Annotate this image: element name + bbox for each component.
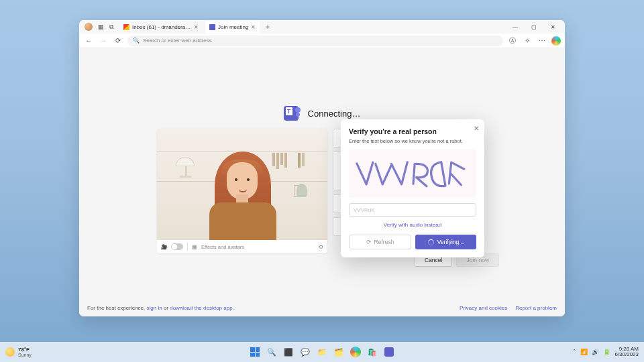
refresh-captcha-button[interactable]: ⟳ Refresh (349, 235, 411, 249)
minimize-button[interactable]: — (506, 20, 525, 34)
teams-app-button[interactable] (382, 345, 396, 359)
spinner-icon (428, 239, 434, 245)
camera-icon: 🎥 (161, 244, 167, 250)
weather-widget[interactable]: 78°F Sunny (0, 347, 32, 357)
effects-icon: ▦ (192, 244, 197, 250)
gear-icon[interactable]: ⚙ (319, 244, 323, 250)
favorites-icon[interactable]: ✧ (522, 36, 533, 46)
tab-label: Join meeting (218, 24, 248, 30)
forward-button[interactable]: → (98, 36, 109, 46)
report-problem-link[interactable]: Report a problem (515, 305, 557, 311)
connecting-status: Connecting… (308, 109, 361, 119)
tab-actions-icon[interactable]: ⧉ (107, 23, 115, 31)
download-app-link[interactable]: download the desktop app (170, 305, 232, 311)
close-icon[interactable]: ✕ (474, 125, 479, 132)
gmail-favicon-icon (123, 24, 129, 30)
page-footer: For the best experience, sign in or down… (79, 299, 565, 316)
search-icon: 🔍 (133, 38, 140, 44)
browser-window: ▦ ⧉ Inbox (61) - dmandera@gmail.com ✕ Jo… (79, 20, 565, 316)
explorer-button[interactable]: 🗂️ (332, 345, 345, 359)
camera-toggle[interactable] (171, 243, 183, 250)
titlebar: ▦ ⧉ Inbox (61) - dmandera@gmail.com ✕ Jo… (79, 20, 565, 34)
teams-favicon-icon (209, 24, 215, 30)
new-tab-button[interactable]: ＋ (262, 21, 273, 32)
chat-button[interactable]: 💬 (299, 345, 312, 359)
store-button[interactable]: 🛍️ (366, 345, 379, 359)
search-button[interactable]: 🔍 (265, 345, 278, 359)
read-aloud-icon[interactable]: Ⓐ (507, 36, 518, 46)
captcha-input[interactable] (349, 203, 476, 217)
toolbar: ← → ⟳ 🔍 Search or enter web address Ⓐ ✧ … (79, 34, 565, 48)
close-tab-icon[interactable]: ✕ (251, 24, 256, 30)
person-preview (209, 152, 276, 243)
captcha-image (349, 149, 476, 198)
video-controls: 🎥 ▦ Effects and avatars ⚙ (157, 240, 327, 253)
effects-label[interactable]: Effects and avatars (201, 244, 244, 250)
battery-icon[interactable]: 🔋 (603, 349, 610, 355)
system-tray: ˄ 📶 🔊 🔋 9:28 AM 6/30/2023 (573, 347, 644, 358)
weather-icon (5, 347, 15, 357)
tab-gmail[interactable]: Inbox (61) - dmandera@gmail.com ✕ (119, 21, 203, 33)
window-controls: — ▢ ✕ (506, 20, 562, 34)
teams-logo-icon (284, 106, 299, 121)
start-button[interactable] (248, 345, 262, 359)
captcha-subtitle: Enter the text below so we know you're n… (349, 138, 476, 144)
captcha-title: Verify you're a real person (349, 127, 476, 135)
weather-cond: Sunny (18, 353, 32, 357)
volume-icon[interactable]: 🔊 (592, 349, 599, 355)
teams-header: Connecting… (79, 106, 565, 121)
wifi-icon[interactable]: 📶 (580, 349, 588, 355)
task-view-button[interactable]: ⬛ (282, 345, 295, 359)
workspaces-icon[interactable]: ▦ (97, 23, 105, 31)
maximize-button[interactable]: ▢ (525, 20, 543, 34)
widgets-button[interactable]: 📁 (315, 345, 329, 359)
page-content: Connecting… (79, 48, 565, 316)
taskbar-apps: 🔍 ⬛ 💬 📁 🗂️ 🛍️ (248, 345, 396, 359)
profile-avatar[interactable] (85, 23, 93, 31)
signin-link[interactable]: sign in (147, 305, 162, 311)
copilot-icon[interactable] (551, 36, 561, 46)
refresh-icon: ⟳ (366, 239, 372, 245)
date: 6/30/2023 (614, 352, 639, 357)
address-placeholder: Search or enter web address (143, 38, 212, 44)
refresh-button[interactable]: ⟳ (113, 36, 123, 46)
tab-label: Inbox (61) - dmandera@gmail.com (132, 24, 191, 30)
verify-button[interactable]: Verifying... (415, 235, 476, 249)
address-bar[interactable]: 🔍 Search or enter web address (127, 36, 503, 46)
camera-preview (157, 129, 327, 243)
tab-join-meeting[interactable]: Join meeting ✕ (205, 21, 260, 33)
privacy-link[interactable]: Privacy and cookies (460, 305, 507, 311)
audio-captcha-link[interactable]: Verify with audio instead (349, 222, 476, 228)
weather-temp: 78°F (18, 347, 32, 353)
edge-button[interactable] (349, 345, 362, 359)
close-tab-icon[interactable]: ✕ (194, 24, 199, 30)
footer-text: For the best experience, sign in or down… (87, 305, 234, 311)
taskbar: 78°F Sunny 🔍 ⬛ 💬 📁 🗂️ 🛍️ ˄ 📶 🔊 🔋 9:28 AM… (0, 342, 644, 362)
menu-icon[interactable]: ⋯ (537, 36, 547, 46)
clock[interactable]: 9:28 AM 6/30/2023 (614, 347, 639, 358)
back-button[interactable]: ← (83, 36, 94, 46)
close-window-button[interactable]: ✕ (543, 20, 562, 34)
captcha-modal: ✕ Verify you're a real person Enter the … (341, 119, 484, 257)
chevron-up-icon[interactable]: ˄ (573, 349, 576, 355)
